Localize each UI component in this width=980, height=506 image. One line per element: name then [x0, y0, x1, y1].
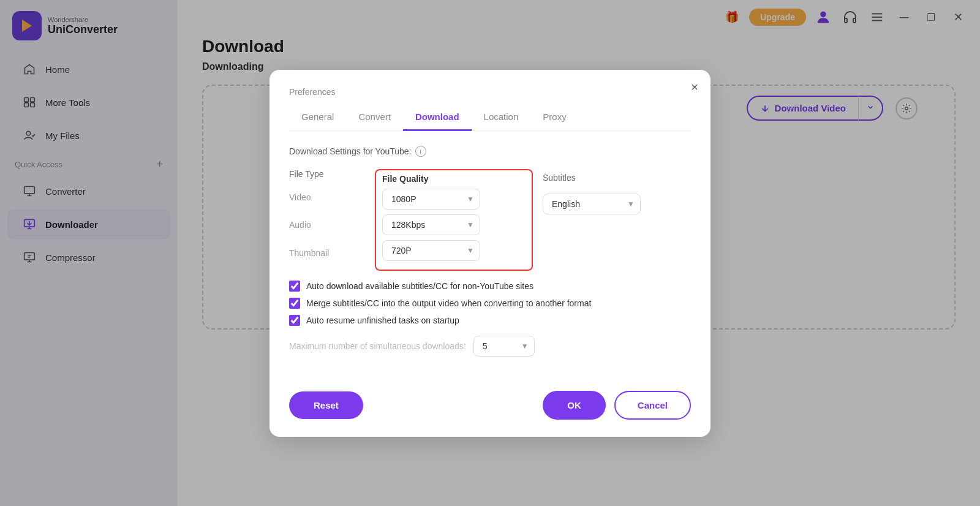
checkbox-auto-subtitles-input[interactable] — [289, 281, 300, 292]
column-headers: File TypeVideoAudioThumbnail File Qualit… — [289, 169, 691, 273]
audio-quality-row: 320Kbps 256Kbps 128Kbps 64Kbps ▼ — [382, 214, 526, 235]
video-quality-row: 4K 1080P 720P 480P 360P ▼ — [382, 189, 526, 210]
section-subtitle-text: Download Settings for YouTube: — [289, 146, 412, 156]
thumbnail-quality-row: 1080P 720P 480P ▼ — [382, 240, 526, 261]
tab-proxy[interactable]: Proxy — [530, 107, 578, 131]
video-quality-select[interactable]: 4K 1080P 720P 480P 360P — [382, 189, 480, 210]
checkbox-merge-subtitles-input[interactable] — [289, 298, 300, 309]
checkbox-auto-resume-label: Auto resume unfinished tasks on startup — [306, 315, 459, 325]
modal-overlay[interactable]: Preferences × General Convert Download L… — [0, 0, 980, 506]
tab-general[interactable]: General — [289, 107, 346, 131]
tab-download[interactable]: Download — [403, 107, 472, 131]
subtitle-select-area: English None Auto ▼ — [543, 194, 691, 214]
checkboxes-area: Auto download available subtitles/CC for… — [289, 281, 691, 326]
preferences-modal: Preferences × General Convert Download L… — [270, 70, 710, 437]
col-subtitles-wrapper: Subtitles English None Auto ▼ — [533, 169, 691, 273]
modal-close-button[interactable]: × — [691, 81, 698, 93]
footer-right-buttons: OK Cancel — [543, 391, 691, 420]
tab-location[interactable]: Location — [472, 107, 531, 131]
modal-tabs: General Convert Download Location Proxy — [289, 107, 691, 131]
max-downloads-label: Maximum number of simultaneous downloads… — [289, 341, 466, 351]
file-quality-box: File Quality 4K 1080P 720P 480P 360P — [375, 169, 533, 271]
row-label-video: Video — [289, 179, 375, 211]
col-file-quality: File Quality — [382, 174, 526, 184]
checkbox-merge-subtitles-label: Merge subtitles/CC into the output video… — [306, 298, 591, 308]
settings-table: File TypeVideoAudioThumbnail File Qualit… — [289, 169, 691, 273]
video-quality-select-wrapper: 4K 1080P 720P 480P 360P ▼ — [382, 189, 480, 210]
max-downloads-select[interactable]: 1 2 3 4 5 6 7 8 — [473, 336, 535, 357]
row-label-audio: Audio — [289, 211, 375, 239]
checkbox-auto-subtitles: Auto download available subtitles/CC for… — [289, 281, 691, 292]
col-subtitles: Subtitles — [543, 169, 691, 189]
audio-quality-select-wrapper: 320Kbps 256Kbps 128Kbps 64Kbps ▼ — [382, 214, 480, 235]
info-icon[interactable]: i — [415, 146, 426, 157]
reset-button[interactable]: Reset — [289, 391, 363, 419]
row-label-thumbnail: Thumbnail — [289, 239, 375, 267]
checkbox-merge-subtitles: Merge subtitles/CC into the output video… — [289, 298, 691, 309]
modal-title: Preferences — [289, 87, 691, 97]
max-downloads-select-wrapper: 1 2 3 4 5 6 7 8 ▼ — [473, 336, 535, 357]
audio-quality-select[interactable]: 320Kbps 256Kbps 128Kbps 64Kbps — [382, 214, 480, 235]
subtitle-select-wrapper: English None Auto ▼ — [543, 194, 641, 214]
max-downloads-row: Maximum number of simultaneous downloads… — [289, 336, 691, 357]
subtitle-select[interactable]: English None Auto — [543, 194, 641, 214]
checkbox-auto-subtitles-label: Auto download available subtitles/CC for… — [306, 281, 533, 291]
col-file-quality-wrapper: File Quality 4K 1080P 720P 480P 360P — [375, 169, 533, 273]
thumbnail-quality-select[interactable]: 1080P 720P 480P — [382, 240, 480, 261]
ok-button[interactable]: OK — [543, 391, 606, 420]
col-file-type: File TypeVideoAudioThumbnail — [289, 169, 375, 273]
thumbnail-quality-select-wrapper: 1080P 720P 480P ▼ — [382, 240, 480, 261]
section-subtitle: Download Settings for YouTube: i — [289, 146, 691, 157]
cancel-button[interactable]: Cancel — [614, 391, 691, 420]
checkbox-auto-resume: Auto resume unfinished tasks on startup — [289, 315, 691, 326]
modal-footer: Reset OK Cancel — [289, 379, 691, 420]
tab-convert[interactable]: Convert — [346, 107, 403, 131]
checkbox-auto-resume-input[interactable] — [289, 315, 300, 326]
